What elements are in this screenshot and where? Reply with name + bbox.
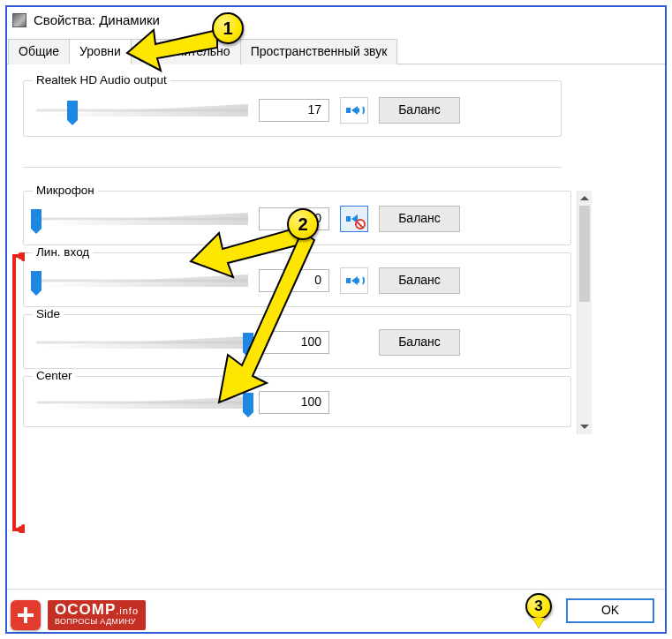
input-slider[interactable] (36, 334, 248, 351)
sound-waves-icon (356, 274, 365, 287)
input-group-label: Side (33, 307, 64, 320)
input-balance-button[interactable]: Баланс (379, 329, 460, 356)
output-group-label: Realtek HD Audio output (33, 73, 170, 86)
output-group: Realtek HD Audio output 17 Баланс (23, 80, 562, 137)
input-group-label: Микрофон (33, 184, 98, 197)
scroll-down-button[interactable] (578, 419, 592, 434)
input-group: Side100Баланс (23, 314, 571, 369)
scroll-track[interactable] (578, 206, 592, 419)
input-slider[interactable] (36, 210, 248, 228)
section-divider (23, 167, 562, 168)
scroll-thumb[interactable] (579, 206, 590, 302)
ok-button[interactable]: OK (566, 598, 654, 623)
sound-waves-icon (356, 104, 365, 117)
svg-point-1 (18, 526, 25, 533)
callout-1: 1 (212, 12, 244, 44)
input-group: Лин. вход0Баланс (23, 252, 571, 307)
plus-icon (11, 600, 41, 630)
callout-2: 2 (287, 208, 319, 240)
input-value[interactable]: 100 (259, 331, 329, 354)
properties-window: Свойства: Динамики Общие Уровни Дополнит… (7, 7, 665, 632)
output-value[interactable]: 17 (259, 99, 329, 122)
scroll-up-button[interactable] (578, 191, 592, 206)
muted-icon (355, 219, 366, 229)
window-title: Свойства: Динамики (34, 12, 160, 27)
callout-3: 3 (525, 593, 552, 620)
input-mute-button[interactable] (340, 267, 368, 294)
tab-strip: Общие Уровни Дополнительно Пространствен… (7, 38, 665, 64)
input-slider[interactable] (36, 394, 248, 411)
red-bracket-annotation (11, 252, 25, 533)
tab-general[interactable]: Общие (8, 39, 70, 64)
input-value[interactable]: 0 (259, 269, 329, 292)
output-mute-button[interactable] (340, 97, 368, 124)
titlebar: Свойства: Динамики (7, 7, 665, 36)
inputs-scrollbar[interactable] (577, 191, 592, 434)
input-value[interactable]: 100 (259, 391, 329, 414)
tab-levels[interactable]: Уровни (69, 39, 132, 64)
input-slider-row: 100Баланс (36, 329, 558, 356)
svg-point-0 (18, 252, 25, 259)
input-mute-button[interactable] (340, 206, 368, 232)
tab-spatial-sound[interactable]: Пространственный звук (240, 39, 398, 64)
input-group: Center100 (23, 376, 571, 427)
input-group-label: Center (33, 369, 76, 382)
output-slider[interactable] (36, 101, 248, 119)
input-balance-button[interactable]: Баланс (379, 267, 460, 294)
watermark-logo: OCOMP.info ВОПРОСЫ АДМИНУ (11, 600, 146, 630)
watermark-text: OCOMP.info ВОПРОСЫ АДМИНУ (48, 600, 146, 629)
input-slider[interactable] (36, 272, 248, 289)
output-slider-row: 17 Баланс (36, 97, 548, 124)
window-icon (12, 13, 26, 27)
input-group-label: Лин. вход (33, 245, 93, 259)
input-slider-row: 0Баланс (36, 267, 558, 294)
input-slider-row: 100 (36, 391, 558, 414)
output-balance-button[interactable]: Баланс (379, 97, 460, 124)
input-balance-button[interactable]: Баланс (379, 206, 460, 232)
tab-body-levels: Realtek HD Audio output 17 Баланс Микроф… (7, 64, 665, 434)
